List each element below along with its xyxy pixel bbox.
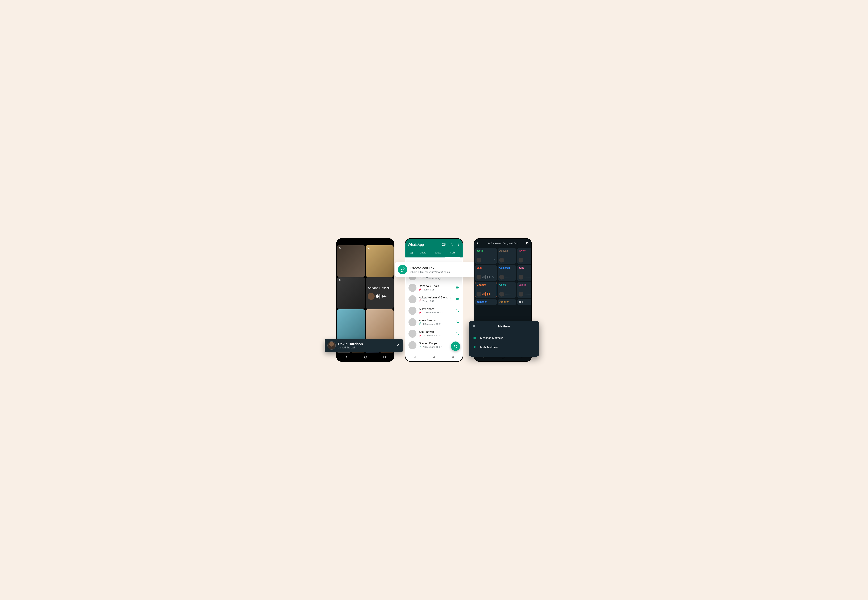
call-participant-tile[interactable]: Chloé•••••••••• [498,282,516,298]
talking-dots-icon: •••••••••• [482,259,492,261]
svg-point-12 [458,244,459,245]
call-row[interactable]: Scott Brown 7 December, 11:01 [405,328,463,339]
back-icon[interactable] [345,355,348,359]
close-button[interactable] [472,324,476,329]
app-title: WhatsApp [408,243,424,247]
svg-rect-18 [456,298,458,300]
mic-muted-icon [367,247,370,250]
avatar [499,292,504,297]
avatar [518,275,523,280]
participant-name: Cameron [499,266,515,269]
recents-icon[interactable] [383,356,386,359]
call-name: Scott Brown [419,330,454,333]
talking-dots-icon: •••••••••• [505,293,515,295]
message-participant-item[interactable]: Message Matthew [472,333,536,343]
tab-community[interactable] [408,250,415,258]
avatar [499,258,504,262]
mic-muted-icon [493,259,495,262]
call-participant-tile[interactable]: Valerie•••••••••• [517,282,532,298]
android-navbar [336,353,394,361]
call-participant-tile[interactable]: Aaliyah•••••••••• [498,248,516,264]
svg-point-9 [450,243,452,245]
svg-point-38 [475,338,476,338]
call-participant-tile[interactable]: Julie•••••••••• [517,265,532,281]
back-icon[interactable] [477,241,480,245]
recents-icon[interactable] [452,356,454,359]
home-icon[interactable] [364,356,367,359]
call-grid: Jesús••••••••••Aaliyah••••••••••Taylor••… [474,247,532,306]
svg-point-8 [443,244,444,245]
voice-call-button[interactable] [456,320,459,324]
voice-call-button[interactable] [456,332,459,336]
avatar [409,318,417,326]
participant-name: Jonathan [477,300,495,303]
sheet-item-label: Mute Matthew [480,346,498,349]
call-row[interactable]: Roberto & Thais Today, 9:16 [405,282,463,294]
call-row[interactable]: Aditya Kulkarni & 3 others Today, 8:47 [405,294,463,305]
home-icon[interactable] [433,356,436,359]
participant-tile[interactable] [337,245,365,277]
call-row[interactable]: Sujay Nassar (2) Yesterday, 16:03 [405,305,463,317]
participant-name: Julie [518,266,532,269]
back-icon[interactable] [414,356,417,359]
audio-wave-icon [482,275,491,279]
call-link-icon [419,300,421,303]
call-row[interactable]: Adele Benton 9 December, 12:51 [405,317,463,328]
search-icon[interactable] [449,242,453,247]
create-link-title: Create call link [411,266,451,270]
participant-tile[interactable] [366,245,394,277]
whatsapp-header: WhatsApp Chats Status Calls [405,239,463,258]
svg-point-22 [433,356,435,358]
talking-dots-icon: •••••••••• [524,293,532,295]
call-link-icon [419,334,421,337]
tab-calls[interactable]: Calls [445,250,460,258]
participant-name: Chloé [499,283,515,286]
avatar [477,292,482,297]
link-icon [398,265,407,274]
participant-name: Valerie [518,283,532,286]
close-button[interactable] [395,342,400,349]
call-participant-tile[interactable]: You [517,299,532,305]
participant-tile-audio[interactable]: Adriana Driscoll [366,277,394,309]
svg-rect-16 [456,286,458,289]
call-participant-tile[interactable]: Jonathan [475,299,497,305]
sheet-title: Matthew [476,325,532,328]
svg-point-36 [474,338,474,338]
call-participant-tile[interactable]: Jennifer [498,299,516,305]
call-participant-tile[interactable]: Jesús•••••••••• [475,248,497,264]
new-call-fab[interactable] [451,341,460,351]
svg-marker-21 [414,356,415,358]
create-link-subtitle: Share a link for your WhatsApp call [411,270,451,273]
svg-point-26 [526,242,527,243]
participants-icon[interactable] [525,241,529,245]
call-sub: 9 December, 12:51 [419,323,454,326]
svg-rect-25 [489,243,489,244]
participant-tile[interactable] [337,277,365,309]
participant-name: Jesús [477,249,495,252]
mute-participant-item[interactable]: Mute Matthew [472,343,536,352]
participant-tile[interactable] [366,309,394,341]
call-participant-tile[interactable]: Sam [475,265,497,281]
video-call-button[interactable] [456,297,459,302]
participant-name: Adriana Driscoll [368,286,389,290]
call-sub: Today, 8:47 [419,300,453,303]
avatar [477,258,482,262]
tab-status[interactable]: Status [430,250,445,258]
call-participant-tile[interactable]: Matthew [475,282,497,298]
mic-muted-icon [338,279,341,283]
svg-point-27 [527,242,529,243]
tab-chats[interactable]: Chats [415,250,430,258]
talking-dots-icon: •••••••••• [524,276,532,278]
create-call-link-card[interactable]: Create call link Share a link for your W… [395,262,476,277]
more-icon[interactable] [456,242,460,247]
participant-tile[interactable] [337,309,365,341]
talking-dots-icon: •••••••••• [524,259,532,261]
video-call-button[interactable] [456,286,459,290]
android-navbar [405,353,463,361]
avatar [518,292,523,297]
call-participant-tile[interactable]: Taylor•••••••••• [517,248,532,264]
call-participant-tile[interactable]: Cameron•••••••••• [498,265,516,281]
camera-icon[interactable] [442,242,445,247]
voice-call-button[interactable] [456,309,459,313]
participant-name: Taylor [518,249,532,252]
